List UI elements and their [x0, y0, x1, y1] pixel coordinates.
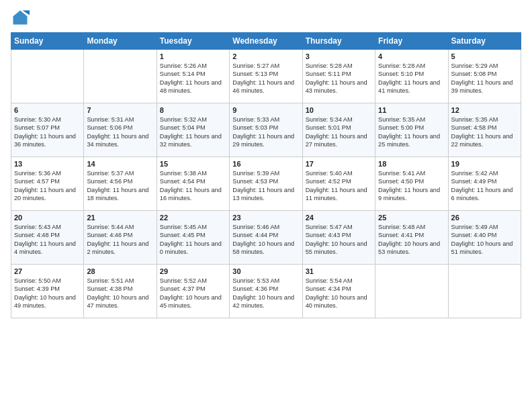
calendar-cell: 10Sunrise: 5:34 AM Sunset: 5:01 PM Dayli…: [302, 103, 375, 157]
day-number: 8: [160, 106, 226, 114]
day-info: Sunrise: 5:50 AM Sunset: 4:39 PM Dayligh…: [14, 277, 81, 310]
calendar-cell: 9Sunrise: 5:33 AM Sunset: 5:03 PM Daylig…: [230, 103, 302, 157]
day-number: 31: [306, 267, 372, 275]
calendar-cell: 12Sunrise: 5:35 AM Sunset: 4:58 PM Dayli…: [448, 103, 521, 157]
day-number: 7: [87, 106, 153, 114]
calendar-table: SundayMondayTuesdayWednesdayThursdayFrid…: [11, 32, 521, 318]
day-info: Sunrise: 5:35 AM Sunset: 4:58 PM Dayligh…: [451, 116, 518, 149]
day-info: Sunrise: 5:53 AM Sunset: 4:36 PM Dayligh…: [232, 277, 299, 310]
calendar-cell: 4Sunrise: 5:28 AM Sunset: 5:10 PM Daylig…: [375, 50, 448, 103]
day-info: Sunrise: 5:32 AM Sunset: 5:04 PM Dayligh…: [160, 116, 226, 149]
day-info: Sunrise: 5:31 AM Sunset: 5:06 PM Dayligh…: [87, 116, 153, 149]
day-number: 2: [232, 52, 299, 60]
day-number: 10: [306, 106, 372, 114]
calendar-cell: 28Sunrise: 5:51 AM Sunset: 4:38 PM Dayli…: [84, 265, 157, 318]
week-row-4: 20Sunrise: 5:43 AM Sunset: 4:48 PM Dayli…: [11, 211, 521, 265]
day-info: Sunrise: 5:35 AM Sunset: 5:00 PM Dayligh…: [378, 116, 445, 149]
day-header-thursday: Thursday: [302, 33, 375, 50]
day-info: Sunrise: 5:52 AM Sunset: 4:37 PM Dayligh…: [160, 277, 226, 310]
calendar-cell: 21Sunrise: 5:44 AM Sunset: 4:46 PM Dayli…: [84, 211, 157, 265]
day-number: 28: [87, 267, 153, 275]
calendar-cell: 30Sunrise: 5:53 AM Sunset: 4:36 PM Dayli…: [230, 265, 302, 318]
calendar-cell: 15Sunrise: 5:38 AM Sunset: 4:54 PM Dayli…: [157, 157, 229, 211]
calendar-cell: 22Sunrise: 5:45 AM Sunset: 4:45 PM Dayli…: [157, 211, 229, 265]
day-number: 23: [232, 214, 299, 222]
day-info: Sunrise: 5:45 AM Sunset: 4:45 PM Dayligh…: [160, 223, 226, 257]
day-number: 1: [160, 52, 226, 60]
day-number: 18: [378, 160, 445, 168]
calendar-cell: 1Sunrise: 5:26 AM Sunset: 5:14 PM Daylig…: [157, 50, 229, 103]
calendar-cell: 7Sunrise: 5:31 AM Sunset: 5:06 PM Daylig…: [84, 103, 157, 157]
day-info: Sunrise: 5:26 AM Sunset: 5:14 PM Dayligh…: [160, 62, 226, 95]
day-info: Sunrise: 5:43 AM Sunset: 4:48 PM Dayligh…: [14, 223, 81, 257]
calendar-cell: 23Sunrise: 5:46 AM Sunset: 4:44 PM Dayli…: [230, 211, 302, 265]
day-number: 26: [451, 214, 518, 222]
calendar-cell: [375, 265, 448, 318]
calendar-cell: 5Sunrise: 5:29 AM Sunset: 5:08 PM Daylig…: [448, 50, 521, 103]
day-info: Sunrise: 5:39 AM Sunset: 4:53 PM Dayligh…: [232, 169, 299, 203]
day-number: 29: [160, 267, 226, 275]
week-row-1: 1Sunrise: 5:26 AM Sunset: 5:14 PM Daylig…: [11, 50, 521, 103]
day-info: Sunrise: 5:36 AM Sunset: 4:57 PM Dayligh…: [14, 169, 81, 203]
day-number: 20: [14, 214, 81, 222]
day-info: Sunrise: 5:37 AM Sunset: 4:56 PM Dayligh…: [87, 169, 153, 203]
day-info: Sunrise: 5:30 AM Sunset: 5:07 PM Dayligh…: [14, 116, 81, 149]
calendar-cell: 17Sunrise: 5:40 AM Sunset: 4:52 PM Dayli…: [302, 157, 375, 211]
calendar-cell: 6Sunrise: 5:30 AM Sunset: 5:07 PM Daylig…: [11, 103, 84, 157]
day-header-friday: Friday: [375, 33, 448, 50]
day-number: 11: [378, 106, 445, 114]
week-row-5: 27Sunrise: 5:50 AM Sunset: 4:39 PM Dayli…: [11, 265, 521, 318]
calendar-cell: 8Sunrise: 5:32 AM Sunset: 5:04 PM Daylig…: [157, 103, 229, 157]
day-info: Sunrise: 5:49 AM Sunset: 4:40 PM Dayligh…: [451, 223, 518, 257]
page: SundayMondayTuesdayWednesdayThursdayFrid…: [0, 0, 532, 411]
day-header-tuesday: Tuesday: [157, 33, 229, 50]
day-number: 4: [378, 52, 445, 60]
day-number: 6: [14, 106, 81, 114]
day-info: Sunrise: 5:44 AM Sunset: 4:46 PM Dayligh…: [87, 223, 153, 257]
calendar-cell: 18Sunrise: 5:41 AM Sunset: 4:50 PM Dayli…: [375, 157, 448, 211]
calendar-cell: 11Sunrise: 5:35 AM Sunset: 5:00 PM Dayli…: [375, 103, 448, 157]
calendar-cell: 26Sunrise: 5:49 AM Sunset: 4:40 PM Dayli…: [448, 211, 521, 265]
calendar-cell: [84, 50, 157, 103]
day-info: Sunrise: 5:46 AM Sunset: 4:44 PM Dayligh…: [232, 223, 299, 257]
day-number: 19: [451, 160, 518, 168]
day-info: Sunrise: 5:41 AM Sunset: 4:50 PM Dayligh…: [378, 169, 445, 203]
svg-marker-0: [13, 11, 28, 25]
calendar-cell: 3Sunrise: 5:28 AM Sunset: 5:11 PM Daylig…: [302, 50, 375, 103]
day-info: Sunrise: 5:28 AM Sunset: 5:10 PM Dayligh…: [378, 62, 445, 95]
calendar-cell: 13Sunrise: 5:36 AM Sunset: 4:57 PM Dayli…: [11, 157, 84, 211]
day-info: Sunrise: 5:34 AM Sunset: 5:01 PM Dayligh…: [306, 116, 372, 149]
day-info: Sunrise: 5:48 AM Sunset: 4:41 PM Dayligh…: [378, 223, 445, 257]
calendar-cell: [448, 265, 521, 318]
day-number: 13: [14, 160, 81, 168]
day-number: 24: [306, 214, 372, 222]
day-number: 12: [451, 106, 518, 114]
calendar-cell: 19Sunrise: 5:42 AM Sunset: 4:49 PM Dayli…: [448, 157, 521, 211]
day-info: Sunrise: 5:42 AM Sunset: 4:49 PM Dayligh…: [451, 169, 518, 203]
day-info: Sunrise: 5:40 AM Sunset: 4:52 PM Dayligh…: [306, 169, 372, 203]
day-number: 27: [14, 267, 81, 275]
day-number: 25: [378, 214, 445, 222]
day-info: Sunrise: 5:28 AM Sunset: 5:11 PM Dayligh…: [306, 62, 372, 95]
day-info: Sunrise: 5:47 AM Sunset: 4:43 PM Dayligh…: [306, 223, 372, 257]
week-row-2: 6Sunrise: 5:30 AM Sunset: 5:07 PM Daylig…: [11, 103, 521, 157]
day-number: 16: [232, 160, 299, 168]
day-info: Sunrise: 5:33 AM Sunset: 5:03 PM Dayligh…: [232, 116, 299, 149]
calendar-cell: 20Sunrise: 5:43 AM Sunset: 4:48 PM Dayli…: [11, 211, 84, 265]
day-number: 3: [306, 52, 372, 60]
calendar-cell: 2Sunrise: 5:27 AM Sunset: 5:13 PM Daylig…: [230, 50, 302, 103]
calendar-cell: 14Sunrise: 5:37 AM Sunset: 4:56 PM Dayli…: [84, 157, 157, 211]
day-number: 22: [160, 214, 226, 222]
day-number: 5: [451, 52, 518, 60]
calendar-cell: 27Sunrise: 5:50 AM Sunset: 4:39 PM Dayli…: [11, 265, 84, 318]
calendar-cell: 29Sunrise: 5:52 AM Sunset: 4:37 PM Dayli…: [157, 265, 229, 318]
week-row-3: 13Sunrise: 5:36 AM Sunset: 4:57 PM Dayli…: [11, 157, 521, 211]
calendar-cell: [11, 50, 84, 103]
day-header-sunday: Sunday: [11, 33, 84, 50]
day-number: 17: [306, 160, 372, 168]
logo-icon: [11, 8, 30, 27]
day-number: 15: [160, 160, 226, 168]
header: [11, 8, 521, 27]
logo: [11, 8, 32, 27]
day-info: Sunrise: 5:27 AM Sunset: 5:13 PM Dayligh…: [232, 62, 299, 95]
